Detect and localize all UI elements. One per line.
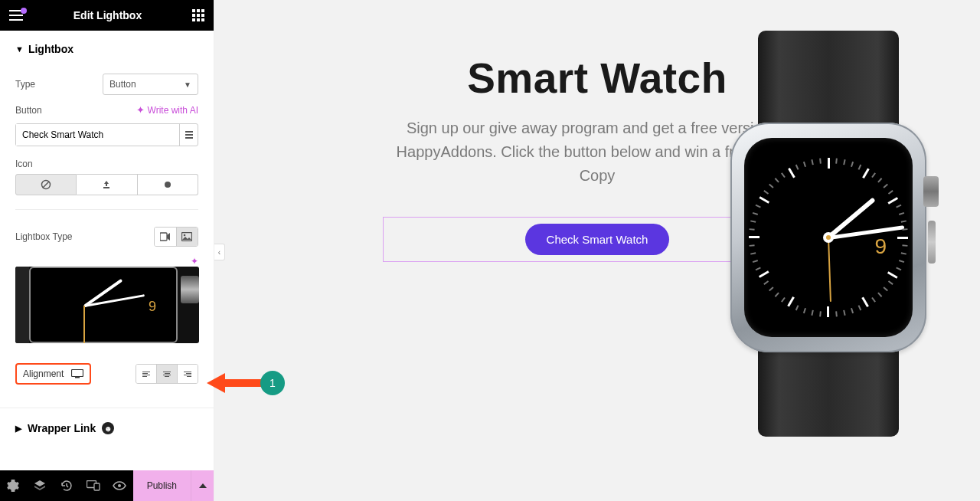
preview-icon[interactable]: [106, 470, 133, 501]
svg-rect-23: [75, 377, 80, 378]
section-lightbox[interactable]: ▼ Lightbox: [0, 31, 214, 69]
align-right-button[interactable]: [177, 365, 198, 383]
svg-rect-14: [185, 137, 193, 139]
alignment-label: Alignment: [23, 368, 64, 379]
svg-rect-13: [185, 134, 193, 136]
notification-dot: [21, 8, 27, 14]
watch-illustration: 9: [714, 31, 943, 437]
svg-point-18: [165, 182, 171, 188]
responsive-icon[interactable]: [80, 470, 106, 501]
publish-button[interactable]: Publish: [133, 470, 191, 501]
icon-none-button[interactable]: [15, 174, 77, 195]
svg-rect-10: [197, 18, 200, 21]
panel-title: Edit Lightbox: [74, 9, 142, 21]
svg-rect-25: [94, 483, 100, 490]
sparkle-icon: ✦: [136, 104, 145, 116]
svg-rect-19: [160, 233, 167, 241]
wrapper-link-label: Wrapper Link: [28, 422, 96, 434]
type-label: Type: [15, 79, 35, 90]
caret-right-icon: ▶: [15, 424, 21, 434]
navigator-icon[interactable]: [27, 470, 54, 501]
chevron-down-icon: ▼: [184, 80, 191, 89]
none-icon: [41, 179, 51, 190]
svg-rect-8: [201, 14, 204, 17]
history-icon[interactable]: [53, 470, 80, 501]
video-icon: [160, 232, 171, 241]
smile-icon: ☻: [102, 422, 114, 434]
svg-rect-22: [72, 370, 83, 377]
svg-rect-1: [9, 15, 23, 16]
lightbox-type-image[interactable]: [176, 228, 198, 246]
desktop-icon[interactable]: [71, 369, 83, 378]
svg-line-16: [43, 182, 49, 188]
dynamic-tags-icon[interactable]: [179, 124, 198, 146]
write-ai-label: Write with AI: [148, 105, 198, 116]
apps-icon[interactable]: [192, 9, 204, 21]
button-text-input[interactable]: [16, 124, 179, 146]
svg-rect-3: [192, 9, 195, 12]
sparkle-icon-2[interactable]: ✦: [191, 256, 198, 264]
svg-rect-12: [185, 131, 193, 133]
image-icon: [181, 232, 192, 241]
svg-rect-6: [192, 14, 195, 17]
type-select-value: Button: [109, 79, 136, 90]
write-with-ai[interactable]: ✦ Write with AI: [136, 104, 198, 116]
circle-icon: [162, 179, 173, 190]
annotation-step-badge: 1: [260, 371, 285, 395]
icon-label: Icon: [15, 159, 33, 169]
watch-face-number: 9: [874, 234, 887, 259]
publish-options[interactable]: [191, 470, 214, 501]
svg-point-21: [184, 234, 186, 237]
alignment-control: Alignment: [15, 363, 91, 385]
svg-rect-4: [197, 9, 200, 12]
image-thumbnail[interactable]: 9: [15, 267, 199, 343]
icon-library-button[interactable]: [138, 174, 198, 195]
lightbox-type-video[interactable]: [155, 228, 176, 246]
collapse-panel-button[interactable]: ‹: [214, 244, 225, 260]
settings-icon[interactable]: [0, 470, 27, 501]
svg-rect-17: [103, 187, 109, 188]
svg-rect-11: [201, 18, 204, 21]
align-center-button[interactable]: [156, 365, 177, 383]
svg-rect-5: [201, 9, 204, 12]
caret-down-icon: ▼: [15, 44, 24, 54]
button-label: Button: [15, 105, 42, 116]
align-left-button[interactable]: [136, 365, 156, 383]
type-select[interactable]: Button ▼: [103, 74, 198, 95]
section-label: Lightbox: [28, 43, 74, 55]
check-smart-watch-button[interactable]: Check Smart Watch: [525, 224, 670, 255]
icon-upload-button[interactable]: [77, 174, 137, 195]
svg-rect-7: [197, 14, 200, 17]
svg-point-26: [118, 484, 121, 487]
thumb-number: 9: [149, 299, 156, 315]
svg-rect-9: [192, 18, 195, 21]
svg-rect-2: [9, 19, 23, 21]
upload-icon: [101, 179, 112, 190]
hamburger-menu[interactable]: [9, 10, 23, 21]
lightbox-type-label: Lightbox Type: [15, 231, 73, 242]
section-wrapper-link[interactable]: ▶ Wrapper Link ☻: [0, 408, 214, 451]
